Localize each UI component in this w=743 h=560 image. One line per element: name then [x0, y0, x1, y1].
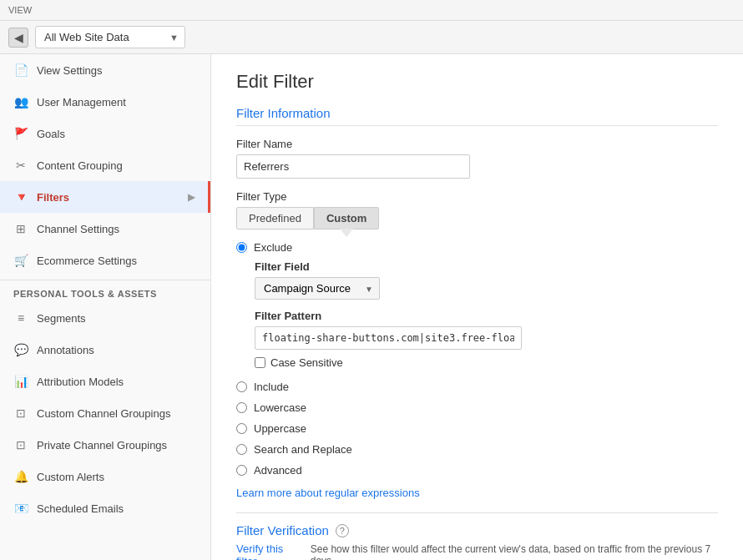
sidebar-item-label: Ecommerce Settings	[37, 255, 137, 267]
view-selector-wrapper: All Web Site Data ▼	[35, 26, 185, 48]
filter-type-radio-list: Include Lowercase Uppercase Search and R…	[236, 381, 718, 477]
filter-pattern-label: Filter Pattern	[255, 310, 718, 322]
verification-help-icon[interactable]: ?	[336, 524, 349, 537]
advanced-option: Advanced	[236, 464, 718, 477]
filter-type-group: Filter Type Predefined Custom	[236, 190, 718, 230]
filters-icon: 🔻	[13, 189, 28, 204]
uppercase-radio[interactable]	[236, 423, 247, 434]
sidebar-item-label: Custom Alerts	[37, 471, 104, 483]
verify-filter-link[interactable]: Verify this filter	[236, 542, 304, 560]
filter-info-section-title: Filter Information	[236, 106, 718, 126]
advanced-radio[interactable]	[236, 465, 247, 476]
filter-verification-section: Filter Verification ? Verify this filter…	[236, 512, 718, 560]
filter-field-label: Filter Field	[255, 260, 718, 273]
filter-type-label: Filter Type	[236, 190, 718, 203]
verify-description: See how this filter would affect the cur…	[311, 543, 718, 560]
personal-tools-section-label: PERSONAL TOOLS & ASSETS	[0, 280, 210, 302]
sidebar-item-label: Segments	[37, 312, 86, 325]
back-button[interactable]: ◀	[8, 28, 28, 48]
sidebar-item-custom-channel-groupings[interactable]: ⊡ Custom Channel Groupings	[0, 397, 210, 429]
private-channel-icon: ⊡	[13, 437, 28, 452]
sidebar-item-goals[interactable]: 🚩 Goals	[0, 118, 210, 149]
include-radio[interactable]	[236, 381, 247, 392]
filter-field-select-wrapper: Campaign Source Campaign Medium Campaign…	[255, 277, 380, 300]
advanced-label: Advanced	[254, 464, 302, 477]
custom-alerts-icon: 🔔	[13, 469, 28, 484]
sidebar-item-annotations[interactable]: 💬 Annotations	[0, 334, 210, 366]
sidebar-item-filters[interactable]: 🔻 Filters ▶	[0, 181, 210, 213]
sidebar-item-label: Private Channel Groupings	[37, 439, 167, 452]
segments-icon: ≡	[13, 310, 28, 325]
sidebar-item-label: User Management	[37, 96, 126, 108]
include-label: Include	[254, 381, 289, 393]
sidebar-item-ecommerce-settings[interactable]: 🛒 Ecommerce Settings	[0, 245, 210, 276]
filter-name-label: Filter Name	[236, 138, 718, 150]
view-select[interactable]: All Web Site Data	[35, 26, 185, 48]
ecommerce-icon: 🛒	[13, 253, 28, 268]
sidebar-item-label: Channel Settings	[37, 223, 119, 235]
sidebar-item-label: Scheduled Emails	[37, 502, 124, 515]
filter-name-group: Filter Name	[236, 138, 718, 179]
channel-settings-icon: ⊞	[13, 221, 28, 236]
sidebar-item-user-management[interactable]: 👥 User Management	[0, 86, 210, 118]
predefined-button[interactable]: Predefined	[236, 207, 314, 230]
main-content: Edit Filter Filter Information Filter Na…	[211, 54, 743, 560]
filter-field-select[interactable]: Campaign Source Campaign Medium Campaign…	[255, 277, 380, 300]
filter-verification-title: Filter Verification	[236, 523, 329, 537]
exclude-label: Exclude	[254, 241, 292, 254]
case-sensitive-label: Case Sensitive	[270, 356, 343, 369]
sidebar-item-label: View Settings	[37, 64, 103, 77]
top-bar: VIEW	[0, 0, 743, 21]
sidebar-item-label: Content Grouping	[37, 159, 123, 172]
exclude-radio-group: Exclude Filter Field Campaign Source Cam…	[236, 241, 718, 369]
learn-more-row: Learn more about regular expressions	[236, 487, 718, 499]
sidebar-item-label: Filters	[37, 191, 69, 204]
sidebar-item-segments[interactable]: ≡ Segments	[0, 302, 210, 334]
learn-more-link[interactable]: Learn more about regular expressions	[236, 487, 420, 499]
custom-channel-icon: ⊡	[13, 406, 28, 421]
sidebar-item-label: Custom Channel Groupings	[37, 407, 170, 420]
view-settings-icon: 📄	[13, 63, 28, 78]
sidebar: 📄 View Settings 👥 User Management 🚩 Goal…	[0, 54, 211, 560]
content-grouping-icon: ✂	[13, 158, 28, 173]
custom-button[interactable]: Custom	[314, 207, 379, 230]
case-sensitive-row: Case Sensitive	[255, 356, 718, 369]
lowercase-radio[interactable]	[236, 402, 247, 413]
annotations-icon: 💬	[13, 342, 28, 357]
sidebar-item-view-settings[interactable]: 📄 View Settings	[0, 54, 210, 86]
sidebar-item-content-grouping[interactable]: ✂ Content Grouping	[0, 149, 210, 181]
sidebar-item-private-channel-groupings[interactable]: ⊡ Private Channel Groupings	[0, 429, 210, 461]
uppercase-option: Uppercase	[236, 422, 718, 435]
sidebar-item-attribution-models[interactable]: 📊 Attribution Models	[0, 366, 210, 397]
filter-name-input[interactable]	[236, 154, 470, 179]
search-replace-option: Search and Replace	[236, 443, 718, 456]
sidebar-active-arrow-icon: ▶	[188, 192, 195, 203]
goals-icon: 🚩	[13, 126, 28, 141]
view-label: VIEW	[8, 5, 32, 15]
attribution-icon: 📊	[13, 374, 28, 389]
search-replace-label: Search and Replace	[254, 443, 352, 456]
custom-button-arrow-icon	[340, 229, 353, 237]
sidebar-item-label: Goals	[37, 128, 65, 140]
verify-row: Verify this filter See how this filter w…	[236, 542, 718, 560]
sidebar-item-label: Annotations	[37, 344, 94, 356]
scheduled-emails-icon: 📧	[13, 501, 28, 516]
sidebar-item-label: Attribution Models	[37, 376, 124, 388]
case-sensitive-checkbox[interactable]	[255, 357, 265, 368]
sidebar-item-scheduled-emails[interactable]: 📧 Scheduled Emails	[0, 492, 210, 524]
include-option: Include	[236, 381, 718, 393]
page-title: Edit Filter	[236, 71, 718, 93]
exclude-option: Exclude	[236, 241, 718, 254]
user-management-icon: 👥	[13, 94, 28, 109]
sidebar-item-channel-settings[interactable]: ⊞ Channel Settings	[0, 213, 210, 245]
lowercase-option: Lowercase	[236, 401, 718, 414]
lowercase-label: Lowercase	[254, 401, 306, 414]
search-replace-radio[interactable]	[236, 444, 247, 455]
sidebar-item-custom-alerts[interactable]: 🔔 Custom Alerts	[0, 461, 210, 492]
exclude-radio[interactable]	[236, 242, 247, 253]
filter-pattern-input[interactable]	[255, 326, 522, 350]
filter-type-buttons: Predefined Custom	[236, 207, 718, 230]
uppercase-label: Uppercase	[254, 422, 306, 435]
